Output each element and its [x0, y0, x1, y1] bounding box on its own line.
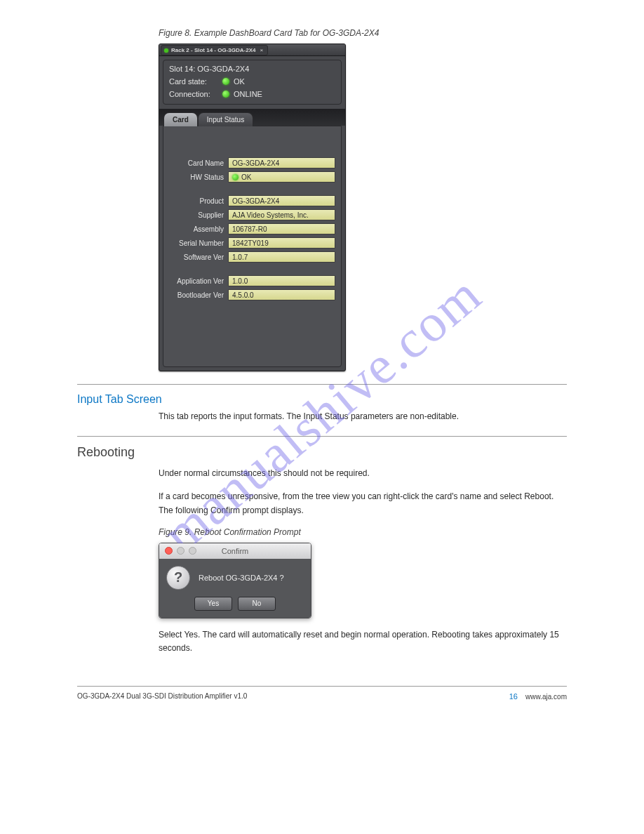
- field-label: HW Status: [169, 173, 224, 181]
- page-footer: OG-3GDA-2X4 Dual 3G-SDI Distribution Amp…: [77, 686, 567, 701]
- field-row: Serial Number 1842TY019: [169, 237, 335, 249]
- status-dot-icon: [164, 48, 168, 53]
- field-row: Supplier AJA Video Systems, Inc.: [169, 209, 335, 220]
- field-row: Assembly 106787-R0: [169, 223, 335, 234]
- figure-8-caption: Figure 8. Example DashBoard Card Tab for…: [159, 28, 567, 38]
- serial-number-field: 1842TY019: [228, 237, 335, 249]
- tab-input-status[interactable]: Input Status: [198, 112, 253, 126]
- no-button[interactable]: No: [238, 597, 276, 611]
- software-ver-field: 1.0.7: [228, 251, 335, 263]
- card-header-title: Slot 14: OG-3GDA-2X4: [169, 65, 249, 73]
- question-icon: ?: [166, 566, 190, 590]
- supplier-field: AJA Video Systems, Inc.: [228, 209, 335, 220]
- card-body: Card Name OG-3GDA-2X4 HW Status OK Produ…: [163, 126, 342, 367]
- window-tab-title: Rack 2 - Slot 14 - OG-3GDA-2X4: [171, 47, 255, 53]
- field-label: Bootloader Ver: [169, 291, 224, 299]
- field-row: Product OG-3GDA-2X4: [169, 195, 335, 206]
- window-tab[interactable]: Rack 2 - Slot 14 - OG-3GDA-2X4 ×: [161, 45, 268, 55]
- connection-value: ONLINE: [234, 90, 262, 98]
- bootloader-ver-field: 4.5.0.0: [228, 289, 335, 300]
- card-tabs: Card Input Status: [159, 109, 345, 126]
- field-row: Card Name OG-3GDA-2X4: [169, 157, 335, 168]
- tab-card[interactable]: Card: [163, 112, 198, 126]
- card-name-field[interactable]: OG-3GDA-2X4: [228, 157, 335, 168]
- confirm-message: Reboot OG-3GDA-2X4 ?: [199, 574, 284, 582]
- field-row: Software Ver 1.0.7: [169, 251, 335, 263]
- status-dot-icon: [222, 91, 229, 98]
- input-tab-body: This tab reports the input formats. The …: [159, 410, 567, 423]
- field-label: Serial Number: [169, 239, 224, 247]
- figure-9-caption: Figure 9. Reboot Confirmation Prompt: [159, 527, 567, 537]
- status-dot-icon: [232, 174, 239, 180]
- yes-button[interactable]: Yes: [194, 597, 232, 611]
- field-row: Bootloader Ver 4.5.0.0: [169, 289, 335, 300]
- confirm-titlebar: Confirm: [159, 543, 311, 559]
- section-divider: [77, 436, 567, 437]
- rebooting-body-2: If a card becomes unresponsive, from the…: [159, 490, 567, 517]
- card-panel-screenshot: Rack 2 - Slot 14 - OG-3GDA-2X4 × Slot 14…: [159, 44, 346, 371]
- field-label: Application Ver: [169, 277, 224, 285]
- field-label: Assembly: [169, 225, 224, 233]
- field-row: HW Status OK: [169, 171, 335, 183]
- card-state-value: OK: [234, 77, 245, 86]
- rebooting-heading: Rebooting: [77, 445, 567, 460]
- window-tabbar: Rack 2 - Slot 14 - OG-3GDA-2X4 ×: [159, 44, 345, 56]
- assembly-field: 106787-R0: [228, 223, 335, 234]
- footer-site: www.aja.com: [525, 693, 567, 701]
- rebooting-body-3: Select Yes. The card will automatically …: [159, 628, 567, 655]
- field-label: Card Name: [169, 159, 224, 167]
- card-header: Slot 14: OG-3GDA-2X4 Card state: OK Conn…: [163, 60, 342, 105]
- product-field: OG-3GDA-2X4: [228, 195, 335, 206]
- field-label: Software Ver: [169, 253, 224, 261]
- hw-status-value: OK: [241, 173, 251, 181]
- confirm-button-row: Yes No: [159, 597, 311, 618]
- connection-label: Connection:: [169, 90, 218, 98]
- confirm-dialog-screenshot: Confirm ? Reboot OG-3GDA-2X4 ? Yes No: [159, 543, 311, 618]
- section-divider: [77, 384, 567, 385]
- status-dot-icon: [222, 78, 229, 85]
- confirm-body: ? Reboot OG-3GDA-2X4 ?: [159, 559, 311, 597]
- field-label: Supplier: [169, 211, 224, 219]
- hw-status-field: OK: [228, 171, 335, 183]
- close-icon[interactable]: ×: [260, 47, 263, 53]
- field-row: Application Ver 1.0.0: [169, 275, 335, 286]
- input-tab-heading: Input Tab Screen: [77, 393, 567, 406]
- footer-left: OG-3GDA-2X4 Dual 3G-SDI Distribution Amp…: [77, 692, 247, 701]
- confirm-title-text: Confirm: [159, 547, 311, 555]
- rebooting-body-1: Under normal circumstances this should n…: [159, 467, 567, 480]
- page-number: 16: [509, 692, 518, 701]
- card-state-label: Card state:: [169, 77, 218, 86]
- field-label: Product: [169, 197, 224, 205]
- application-ver-field: 1.0.0: [228, 275, 335, 286]
